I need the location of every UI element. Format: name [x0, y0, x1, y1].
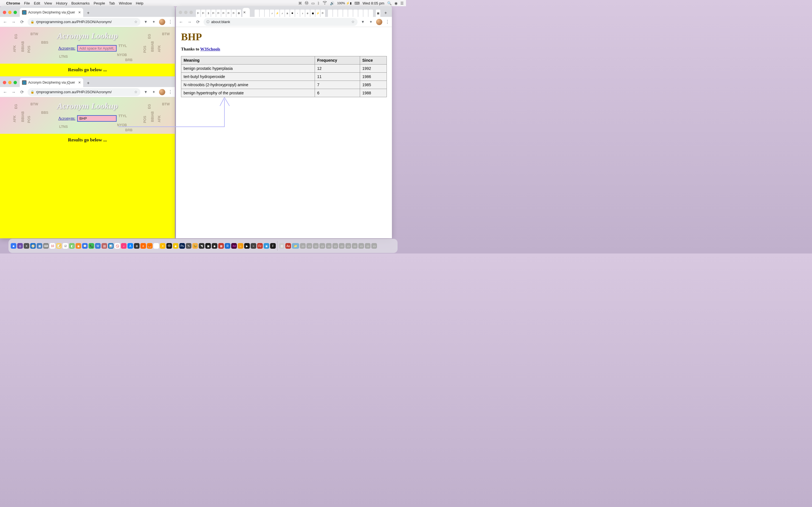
status-display-icon[interactable]: ▭ — [311, 1, 315, 5]
menubar-app-name[interactable]: Chrome — [6, 1, 20, 5]
forward-button[interactable]: → — [11, 89, 16, 95]
dock-app-icon[interactable]: ✈ — [24, 243, 29, 249]
wifi-icon[interactable] — [322, 1, 327, 5]
extension-v-icon[interactable]: ▼ — [360, 19, 365, 24]
extensions-icon[interactable]: ✦ — [368, 19, 373, 24]
mini-tab[interactable]: ◼ — [310, 10, 315, 17]
mini-tab[interactable]: ⚡ — [275, 10, 280, 17]
mini-tab[interactable]: 🏳 — [211, 10, 216, 17]
dock-appstore-icon[interactable]: A — [128, 243, 133, 249]
forward-button[interactable]: → — [187, 19, 192, 25]
status-mamp-icon[interactable]: Ⓜ — [305, 1, 308, 6]
dock-app-icon[interactable]: 🐝 — [192, 243, 198, 249]
dock-app-icon[interactable]: ◆ — [173, 243, 179, 249]
mini-tab[interactable]: 🏳 — [216, 10, 221, 17]
bookmark-star-icon[interactable]: ☆ — [351, 20, 355, 24]
mini-tab[interactable]: 🏳 — [201, 10, 206, 17]
dock-stack-icon[interactable]: ▭ — [345, 243, 351, 249]
dock-app-icon[interactable]: 📊 — [108, 243, 114, 249]
profile-avatar[interactable] — [159, 19, 165, 25]
maximize-window-button[interactable] — [13, 81, 17, 84]
mini-tab[interactable]: 🏳 — [221, 10, 226, 17]
mini-tab[interactable]: 🏳 — [232, 10, 236, 17]
bluetooth-icon[interactable]: ᛒ — [317, 1, 320, 5]
dock-firefox-icon[interactable]: 🦊 — [147, 243, 153, 249]
menu-edit[interactable]: Edit — [34, 1, 40, 5]
menu-bookmarks[interactable]: Bookmarks — [71, 1, 90, 5]
dock-app-icon[interactable]: ◉ — [75, 243, 81, 249]
active-mini-tab[interactable]: ✕ — [243, 8, 250, 17]
minimize-window-button[interactable] — [8, 81, 11, 84]
dock-stack-icon[interactable]: ▭ — [339, 243, 345, 249]
mini-tab[interactable] — [358, 10, 363, 17]
dock-stack-icon[interactable]: ▭ — [313, 243, 319, 249]
acronym-label-link-2[interactable]: Acronym: — [58, 116, 75, 121]
dock-app-icon[interactable]: ≈ — [251, 243, 256, 249]
profile-avatar[interactable] — [376, 19, 382, 25]
dock-notes-icon[interactable]: 📝 — [56, 243, 62, 249]
tab-close-icon[interactable]: ✕ — [78, 80, 81, 84]
mini-tab[interactable] — [348, 10, 353, 17]
dock-app-icon[interactable]: ⊕ — [134, 243, 140, 249]
mini-tab[interactable]: ⚡ — [315, 10, 320, 17]
close-window-button[interactable] — [3, 11, 6, 14]
tab-close-icon[interactable]: ✕ — [243, 10, 246, 14]
dock-app-icon[interactable]: ⌨ — [43, 243, 49, 249]
tab-close-icon[interactable]: ✕ — [78, 10, 81, 14]
address-bar-right[interactable]: ⓘ about:blank ☆ — [204, 18, 357, 26]
control-center-icon[interactable]: ☰ — [400, 1, 404, 5]
menu-file[interactable]: File — [24, 1, 30, 5]
dock-app-icon[interactable]: F — [270, 243, 276, 249]
dock-stack-icon[interactable]: ▭ — [371, 243, 377, 249]
dock-reminders-icon[interactable]: ☑ — [63, 243, 68, 249]
reload-button[interactable]: ⟳ — [19, 89, 25, 95]
mini-tab[interactable]: ♪ — [300, 10, 305, 17]
dock-filezilla-icon[interactable]: Fz — [257, 243, 263, 249]
mini-tab[interactable] — [255, 10, 259, 17]
dock-app-icon[interactable]: 🚫 — [114, 243, 120, 249]
dock-xd-icon[interactable]: Xd — [231, 243, 237, 249]
back-button[interactable]: ← — [2, 89, 8, 95]
back-button[interactable]: ← — [178, 19, 184, 25]
mini-tab[interactable]: ♪ — [270, 10, 274, 17]
browser-tab-acronym[interactable]: 🌐 Acronym Deciphering via jQuer ✕ — [20, 8, 83, 17]
dock-app-icon[interactable]: 💬 — [82, 243, 88, 249]
menu-window[interactable]: Window — [119, 1, 132, 5]
dock-app-icon[interactable]: Aa — [285, 243, 291, 249]
acronym-label-link[interactable]: Acronym: — [58, 46, 75, 51]
dock-app-icon[interactable]: ▦ — [218, 243, 224, 249]
dock-calendar-icon[interactable]: 10 — [50, 243, 55, 249]
menubar-clock[interactable]: Wed 8:05 pm — [363, 1, 384, 5]
siri-icon[interactable]: ◉ — [395, 1, 398, 5]
dock-app-icon[interactable]: ▦ — [37, 243, 42, 249]
mini-tab[interactable]: ♪ — [280, 10, 285, 17]
minimize-window-button[interactable] — [184, 11, 188, 14]
spotlight-icon[interactable]: 🔍 — [387, 1, 392, 5]
mini-tab[interactable] — [368, 10, 373, 17]
mini-tab[interactable]: ◦ — [295, 10, 300, 17]
dock-app-icon[interactable]: ◥ — [199, 243, 204, 249]
dock-app-icon[interactable]: ◆ — [212, 243, 217, 249]
dock-finder-icon[interactable]: ☻ — [11, 243, 16, 249]
mini-tab[interactable]: 🏳 — [226, 10, 231, 17]
dock-safari-icon[interactable]: 🧭 — [30, 243, 36, 249]
acronym-input-2[interactable] — [77, 115, 116, 122]
dock-music-icon[interactable]: ♪ — [121, 243, 126, 249]
dock-stack-icon[interactable]: ▭ — [333, 243, 338, 249]
mini-tab[interactable]: ⚙ — [237, 10, 241, 17]
chrome-menu-button[interactable]: ⋮ — [168, 19, 172, 24]
minimize-window-button[interactable] — [8, 11, 11, 14]
dock-photoshop-icon[interactable]: Ps — [179, 243, 185, 249]
status-app-icon[interactable]: ⌘ — [298, 1, 302, 5]
dock-stack-icon[interactable]: ▭ — [306, 243, 312, 249]
dock-app-icon[interactable]: ◧ — [69, 243, 75, 249]
extensions-icon[interactable]: ✦ — [151, 19, 156, 24]
bookmark-star-icon[interactable]: ☆ — [134, 20, 138, 24]
address-bar-left[interactable]: 🔒 rjmprogramming.com.au/PHP/JSON/Acronym… — [28, 18, 140, 26]
dock-app-icon[interactable]: ☀ — [160, 243, 165, 249]
forward-button[interactable]: → — [11, 19, 16, 25]
mini-tab[interactable] — [333, 10, 338, 17]
chrome-menu-button[interactable]: ⋮ — [168, 89, 172, 95]
new-tab-button[interactable]: + — [84, 9, 92, 17]
dock-stack-icon[interactable]: ▭ — [358, 243, 364, 249]
